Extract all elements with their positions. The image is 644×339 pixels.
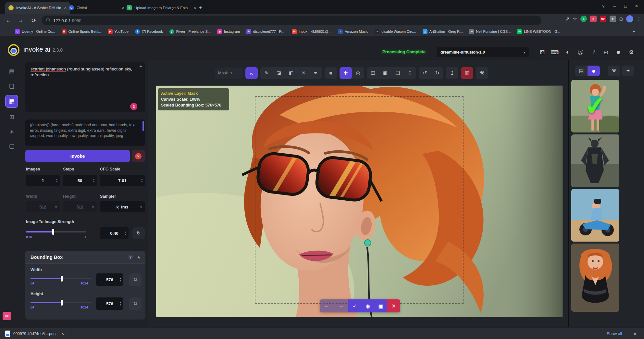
share-icon[interactable]: ⇗ — [565, 16, 570, 22]
upload-image-icon[interactable]: ↥ — [446, 67, 458, 79]
negative-prompt-input[interactable]: ((implants)) (large boobs) nude bad anat… — [25, 119, 145, 146]
side-panel-icon[interactable]: ▢ — [619, 17, 623, 21]
slider-handle[interactable] — [52, 229, 54, 235]
tab-civitai[interactable]: C Civitai ✕ — [66, 2, 128, 14]
download-caret-icon[interactable]: ∧ — [61, 332, 64, 336]
bookmark-wacom[interactable]: ✓disable Wacom Circ... — [375, 29, 416, 34]
merge-visible-icon[interactable]: ▤ — [367, 67, 379, 79]
steps-input[interactable]: 50▴▾ — [63, 175, 97, 186]
fill-bounding-box-icon[interactable]: ◧ — [285, 67, 297, 79]
previous-image-icon[interactable]: ← — [320, 299, 334, 312]
model-select[interactable]: dreamlike-diffusion-1.0 ▾ — [437, 47, 529, 57]
bookmark-sports[interactable]: BOnline Sports Betti... — [62, 29, 101, 34]
brush-tool-icon[interactable]: ✎ — [260, 67, 273, 79]
back-button[interactable]: ← — [3, 15, 14, 26]
theme-icon[interactable]: ◐ — [563, 48, 573, 56]
tab-postprocessing[interactable]: ✶ — [5, 125, 18, 138]
github-icon[interactable]: ⊚ — [601, 48, 611, 56]
reset-view-icon[interactable]: ◎ — [352, 67, 364, 79]
bbox-height-input[interactable]: 576▴▾ — [96, 297, 123, 310]
bbox-width-input[interactable]: 576▴▾ — [96, 273, 123, 286]
cfg-scale-input[interactable]: 7.01▴▾ — [100, 175, 145, 186]
pin-options-icon[interactable]: ✦ — [138, 63, 144, 69]
bookmark-neil-fontaine[interactable]: ∞Neil Fontaine | CGS... — [469, 29, 511, 34]
bbox-width-slider[interactable] — [31, 278, 92, 279]
height-select[interactable]: 512▾ — [63, 201, 97, 212]
window-maximize-icon[interactable]: ▢ — [620, 1, 631, 10]
bookmark-udemy[interactable]: UUdemy - Online Co... — [15, 29, 55, 34]
bookmark-disciplenei[interactable]: ϟdisciplenei777 - Pr... — [246, 29, 285, 34]
tab-image-to-image[interactable]: ❏ — [5, 80, 18, 93]
next-image-icon[interactable]: → — [334, 299, 348, 312]
help-icon[interactable]: ? — [128, 254, 133, 260]
bookmark-instagram[interactable]: ◉Instagram — [217, 29, 240, 34]
move-tool-icon[interactable]: ✚ — [340, 67, 352, 79]
site-info-icon[interactable]: ⓘ — [46, 18, 50, 23]
slider-handle[interactable] — [61, 276, 63, 282]
mask-options-button[interactable]: ∞ — [245, 67, 258, 79]
sampler-select[interactable]: k_lms▾ — [100, 201, 145, 212]
save-to-gallery-icon[interactable]: ▣ — [379, 67, 391, 79]
bbox-height-slider[interactable] — [31, 302, 92, 303]
bookmark-facebook[interactable]: f(7) Facebook — [135, 29, 163, 34]
window-close-icon[interactable]: ✕ — [631, 1, 642, 10]
erase-bounding-box-icon[interactable]: ✕ — [297, 67, 310, 79]
discord-icon[interactable]: ☻ — [613, 48, 623, 56]
reload-button[interactable]: ⟳ — [29, 15, 39, 26]
bookmark-webtoon[interactable]: WLINE WEBTOON - G... — [517, 29, 560, 34]
bookmark-fiverr[interactable]: ƒFiverr - Freelance S... — [169, 29, 211, 34]
gallery-pin-icon[interactable]: ✦ — [622, 66, 634, 76]
prompt-input[interactable]: scarlett johansson (round sunglasses) re… — [25, 62, 145, 112]
tab-nodes[interactable]: ⊞ — [5, 110, 18, 123]
download-image-icon[interactable]: ↧ — [404, 67, 416, 79]
slider-handle[interactable] — [61, 300, 63, 306]
bbox-width-reset-button[interactable]: ↻ — [129, 273, 142, 286]
undo-icon[interactable]: ↺ — [419, 67, 431, 79]
layer-select[interactable]: Mask▾ — [215, 68, 243, 79]
width-select[interactable]: 512▾ — [26, 201, 60, 212]
collapse-chevron-icon[interactable]: ∧ — [137, 255, 140, 259]
settings-gear-icon[interactable]: ⚙ — [626, 48, 636, 56]
forward-button[interactable]: → — [16, 15, 26, 26]
bookmark-star-icon[interactable]: ☆ — [573, 16, 577, 22]
address-bar[interactable]: ⓘ 127.0.0.1:9090 — [42, 16, 541, 25]
strength-reset-button[interactable]: ↻ — [132, 227, 145, 239]
bookmarks-overflow-icon[interactable]: » — [632, 29, 635, 34]
gallery-thumbnail[interactable] — [571, 189, 619, 242]
download-item[interactable]: 000979.40d74eb5....png ∧ — [0, 331, 64, 337]
canvas-settings-wrench-icon[interactable]: ⚒ — [476, 67, 488, 79]
tab-upload-image[interactable]: ⇪ Upload Image to Enlarge & Enla ✕ — [123, 2, 200, 14]
gallery-settings-wrench-icon[interactable]: ⚒ — [608, 66, 620, 76]
extension-grammarly-icon[interactable]: G — [580, 16, 587, 22]
extension-icon[interactable]: ✕ — [590, 16, 597, 22]
bookmark-inbox[interactable]: MInbox - klk56831@... — [292, 29, 331, 34]
negative-prompt-scrollbar[interactable] — [142, 121, 144, 131]
profile-avatar[interactable] — [626, 15, 633, 22]
browser-menu-icon[interactable]: ⋮ — [637, 16, 641, 22]
show-hide-eye-icon[interactable]: ◉ — [361, 299, 374, 312]
gallery-thumbnail[interactable] — [571, 134, 619, 187]
gallery-thumbnail-selected[interactable]: ✔ — [571, 80, 619, 132]
accept-check-icon[interactable]: ✓ — [348, 299, 361, 312]
bug-report-icon[interactable]: ☿ — [589, 48, 599, 56]
extension-abp-icon[interactable]: ABP — [600, 16, 606, 22]
window-minimize-icon[interactable]: – — [609, 1, 620, 10]
strength-input[interactable]: 0.40▴▾ — [100, 227, 129, 239]
gallery-thumbnail[interactable] — [571, 244, 619, 312]
bookmark-amazon-music[interactable]: ♪Amazon Music — [338, 29, 368, 34]
save-staging-icon[interactable]: ▣ — [374, 299, 387, 312]
gallery-images-mode-icon[interactable]: ▤ — [575, 66, 588, 76]
model-manager-icon[interactable]: ⚃ — [538, 48, 547, 56]
bbox-height-reset-button[interactable]: ↻ — [129, 297, 142, 310]
console-toggle-button[interactable]: </> — [3, 312, 11, 320]
hotkeys-icon[interactable]: ⌨ — [550, 48, 560, 56]
copy-to-clipboard-icon[interactable]: ❏ — [391, 67, 404, 79]
tab-unified-canvas[interactable]: ▦ — [5, 95, 18, 108]
color-picker-icon[interactable]: ✒ — [310, 67, 322, 79]
bounding-box-header[interactable]: Bounding Box ? ∧ — [25, 251, 145, 264]
language-icon[interactable]: Ⓐ — [576, 48, 586, 56]
redo-icon[interactable]: ↻ — [431, 67, 443, 79]
tab-text-to-image[interactable]: ▤ — [5, 65, 18, 78]
tab-invokeai[interactable]: ◎ InvokeAI - A Stable Diffusion Too ✕ — [5, 2, 70, 14]
eraser-tool-icon[interactable]: ◪ — [273, 67, 285, 79]
